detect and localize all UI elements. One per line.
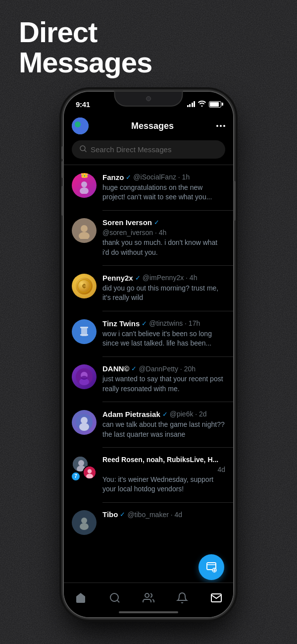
avatar-wrap: ¢: [72, 274, 97, 298]
battery-icon: [209, 101, 221, 108]
camera-dot: [146, 96, 151, 101]
app-header: Messages: [64, 114, 233, 140]
sender-name: Tibo: [102, 510, 118, 519]
message-content: Tibo ✓ @tibo_maker · 4d: [102, 510, 225, 519]
nav-notifications[interactable]: [170, 592, 195, 604]
phone-frame: 9:41: [64, 92, 233, 617]
avatar: [72, 510, 97, 535]
avatar: [72, 364, 97, 389]
svg-point-24: [79, 423, 89, 431]
sender-handle: @tibo_maker · 4d: [127, 511, 182, 519]
list-item[interactable]: 7 Reed Rosen, noah, RubiksLive, H... 4d …: [64, 450, 233, 500]
svg-point-39: [110, 593, 118, 601]
sender-name: Soren Iverson: [102, 218, 152, 227]
more-options-button[interactable]: [216, 125, 225, 127]
divider: [102, 210, 233, 211]
screen-content: Messages Search Direct Messages: [64, 114, 233, 617]
signal-icon: [187, 101, 196, 107]
message-header: Soren Iverson ✓ @soren_iverson · 4h: [102, 218, 225, 236]
svg-point-3: [75, 121, 81, 127]
svg-text:¢: ¢: [82, 282, 86, 290]
title-line1: Direct: [19, 17, 152, 48]
verified-badge: ✓: [154, 219, 159, 226]
svg-point-6: [81, 181, 87, 187]
status-time: 9:41: [76, 100, 90, 109]
status-icons: [187, 101, 222, 108]
avatar-wrap: 👑: [72, 173, 97, 198]
svg-point-41: [145, 593, 149, 597]
sender-name: Tinz Twins: [102, 319, 140, 328]
silent-button: [61, 146, 63, 159]
message-list: 👑 Fanzo ✓ @iSocialFanz · 1h: [64, 167, 233, 618]
message-header: Penny2x ✓ @imPenny2x · 4h: [102, 274, 225, 282]
message-preview: wow i can't believe it's been so long si…: [102, 329, 225, 349]
divider: [102, 502, 233, 503]
message-content: Reed Rosen, noah, RubiksLive, H... 4d Yo…: [102, 456, 225, 494]
svg-point-21: [81, 376, 87, 380]
list-item[interactable]: Adam Pietrasiak ✓ @pie6k · 2d can we tal…: [64, 404, 233, 445]
verified-badge: ✓: [135, 274, 141, 282]
compose-fab[interactable]: [198, 554, 224, 580]
search-placeholder: Search Direct Messages: [91, 145, 171, 154]
avatar: 👑: [72, 173, 97, 198]
divider: [102, 402, 233, 402]
svg-point-30: [86, 473, 93, 478]
avatar-wrap: [72, 510, 97, 535]
power-button: [234, 181, 236, 221]
verified-badge: ✓: [126, 174, 131, 181]
message-preview: did you go out this morning? trust me, i…: [102, 284, 225, 303]
avatar: [72, 319, 97, 344]
message-preview: just wanted to say that your recent post…: [102, 374, 225, 394]
search-bar[interactable]: Search Direct Messages: [72, 140, 225, 159]
list-item[interactable]: Tinz Twins ✓ @tinztwins · 17h wow i can'…: [64, 313, 233, 354]
sender-handle: @imPenny2x · 4h: [143, 274, 198, 282]
header-title: Messages: [131, 121, 174, 131]
verified-badge: ✓: [131, 365, 137, 372]
sender-name: Reed Rosen, noah, RubiksLive, H...: [102, 456, 218, 464]
list-item[interactable]: Soren Iverson ✓ @soren_iverson · 4h than…: [64, 212, 233, 263]
nav-people[interactable]: [136, 592, 161, 604]
wifi-icon: [198, 101, 206, 108]
message-content: Tinz Twins ✓ @tinztwins · 17h wow i can'…: [102, 319, 225, 349]
battery-fill: [210, 102, 219, 107]
avatar-wrap: [72, 319, 97, 344]
divider: [102, 311, 233, 311]
svg-rect-16: [80, 334, 88, 336]
list-item[interactable]: 👑 Fanzo ✓ @iSocialFanz · 1h: [64, 167, 233, 208]
avatar: ¢: [72, 274, 97, 298]
message-content: Adam Pietrasiak ✓ @pie6k · 2d can we tal…: [102, 410, 225, 439]
group-badge: 7: [71, 471, 81, 481]
nav-search[interactable]: [102, 592, 127, 604]
divider: [102, 265, 233, 266]
svg-point-26: [78, 460, 84, 466]
header-avatar[interactable]: [72, 117, 89, 134]
message-header: Adam Pietrasiak ✓ @pie6k · 2d: [102, 410, 225, 418]
message-preview: can we talk about the game last night?? …: [102, 420, 225, 439]
nav-messages[interactable]: [204, 592, 229, 604]
list-item[interactable]: Tibo ✓ @tibo_maker · 4d: [64, 504, 233, 541]
svg-point-23: [81, 417, 88, 424]
svg-point-7: [80, 187, 89, 194]
message-header: DANN© ✓ @DannPetty · 20h: [102, 364, 225, 373]
sender-name: DANN©: [102, 364, 129, 373]
message-content: Penny2x ✓ @imPenny2x · 4h did you go out…: [102, 274, 225, 303]
avatar-wrap: [72, 410, 97, 435]
divider: [64, 165, 233, 165]
svg-line-5: [85, 150, 86, 152]
verified-badge: ✓: [120, 511, 125, 518]
svg-point-29: [88, 469, 92, 473]
message-preview: huge congratulations on the new project!…: [102, 183, 225, 202]
svg-line-40: [117, 600, 119, 602]
volume-down-button: [61, 186, 63, 216]
avatar: [72, 218, 97, 243]
nav-home[interactable]: [68, 592, 93, 604]
message-preview: You: it's weiner Wednesday, support your…: [102, 475, 225, 494]
svg-point-32: [81, 518, 87, 524]
list-item[interactable]: ¢ Penny2x ✓ @imPenny2x · 4h did you go o…: [64, 268, 233, 309]
list-item[interactable]: DANN© ✓ @DannPetty · 20h just wanted to …: [64, 358, 233, 400]
sender-name: Fanzo: [102, 173, 124, 181]
message-content: DANN© ✓ @DannPetty · 20h just wanted to …: [102, 364, 225, 394]
avatar-wrap: [72, 218, 97, 243]
svg-rect-17: [80, 327, 88, 328]
svg-point-33: [80, 523, 89, 530]
